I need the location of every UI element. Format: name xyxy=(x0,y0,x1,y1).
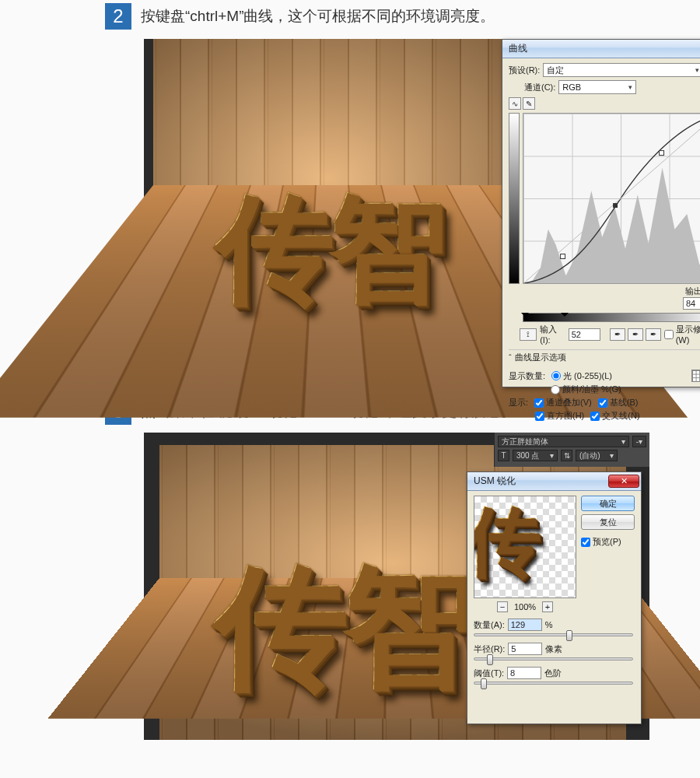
dialog-title: USM 锐化 xyxy=(474,475,516,488)
dialog-titlebar[interactable]: 曲线 ✕ xyxy=(502,40,700,58)
chevron-down-icon: ▾ xyxy=(621,436,625,447)
radius-slider[interactable] xyxy=(474,657,633,661)
amount-field[interactable]: 129 xyxy=(508,619,542,631)
font-family-dropdown[interactable]: 方正胖娃简体▾ xyxy=(498,436,629,447)
chevron-down-icon: ▾ xyxy=(628,81,632,93)
radius-unit: 像素 xyxy=(545,643,562,655)
usm-sharpen-dialog: USM 锐化 ✕ 传智 − 100% + 数量(A): 129 % xyxy=(467,471,642,724)
svg-rect-4 xyxy=(660,151,664,156)
document-canvas: 传智 xyxy=(153,39,503,387)
collapse-up-icon: ˆ xyxy=(509,353,512,363)
input-label: 输入(I): xyxy=(540,324,565,345)
preset-label: 预设(R): xyxy=(509,65,540,76)
amount-unit: % xyxy=(545,620,553,629)
channel-value: RGB xyxy=(562,81,581,93)
step-2-text: 按键盘“chtrl+M”曲线，这个可根据不同的环境调亮度。 xyxy=(141,3,495,28)
font-style-dropdown[interactable]: -▾ xyxy=(632,436,646,447)
svg-rect-3 xyxy=(613,203,618,208)
show-histogram-checkbox[interactable]: 直方图(H) xyxy=(535,410,584,422)
artwork-3d-text: 传智 xyxy=(214,538,472,717)
leading-icon: ⇅ xyxy=(561,450,572,461)
eyedropper-gray-icon[interactable]: ✒ xyxy=(628,328,643,341)
show-intersection-checkbox[interactable]: 交叉线(N) xyxy=(590,410,639,422)
dialog-titlebar[interactable]: USM 锐化 ✕ xyxy=(467,472,641,491)
svg-rect-2 xyxy=(561,254,565,259)
curves-dialog: 曲线 ✕ 预设(R): 自定 ▾ ≡ 通道(C): RGB xyxy=(502,39,700,387)
chevron-down-icon: ▾ xyxy=(639,436,642,447)
input-field[interactable]: 52 xyxy=(569,328,600,341)
curves-graph[interactable] xyxy=(523,113,700,284)
show-channel-overlay-checkbox[interactable]: 通道叠加(V) xyxy=(534,397,592,408)
channel-label: 通道(C): xyxy=(524,82,555,93)
amount-label: 数量(A): xyxy=(474,619,505,631)
output-gradient-bar xyxy=(509,113,520,284)
chevron-down-icon: ▾ xyxy=(695,64,699,76)
font-size-dropdown[interactable]: 300 点▾ xyxy=(513,450,558,461)
show-label: 显示: xyxy=(509,397,528,408)
input-gradient-bar[interactable] xyxy=(523,313,700,322)
character-panel: 方正胖娃简体▾ -▾ T 300 点▾ ⇅ (自动)▾ xyxy=(494,433,649,467)
usm-preview[interactable]: 传智 xyxy=(474,496,576,598)
dialog-title: 曲线 xyxy=(509,42,527,55)
zoom-in-button[interactable]: + xyxy=(542,601,553,612)
screenshot-curves: 传智 曲线 ✕ 预设(R): 自定 ▾ ≡ 通道(C): xyxy=(144,39,649,387)
pencil-tool-icon[interactable]: ✎ xyxy=(523,97,535,110)
show-baseline-checkbox[interactable]: 基线(B) xyxy=(598,397,639,408)
threshold-unit: 色阶 xyxy=(544,668,562,679)
chevron-down-icon: ▾ xyxy=(550,450,554,461)
radius-label: 半径(R): xyxy=(474,643,505,655)
show-clipping-checkbox[interactable]: 显示修剪(W) xyxy=(664,324,700,345)
threshold-field[interactable]: 8 xyxy=(507,667,541,679)
step-2-number: 2 xyxy=(105,3,131,30)
leading-dropdown[interactable]: (自动)▾ xyxy=(576,450,618,461)
display-amount-label: 显示数量: xyxy=(509,370,545,382)
eyedropper-black-icon[interactable]: ✒ xyxy=(610,328,625,341)
preset-dropdown[interactable]: 自定 ▾ xyxy=(543,63,700,77)
display-ink-radio[interactable]: 颜料/油墨 %(G) xyxy=(551,384,621,395)
threshold-slider[interactable] xyxy=(474,682,633,685)
output-label: 输出(O): xyxy=(685,286,700,297)
output-field[interactable]: 84 xyxy=(683,297,700,310)
preview-checkbox[interactable]: 预览(P) xyxy=(581,536,635,548)
curve-display-options-toggle[interactable]: ˆ 曲线显示选项 xyxy=(509,349,700,365)
svg-marker-0 xyxy=(523,167,700,283)
zoom-out-button[interactable]: − xyxy=(497,601,508,612)
display-light-radio[interactable]: 光 (0-255)(L) xyxy=(551,370,612,382)
preset-value: 自定 xyxy=(547,64,564,76)
artwork-3d-text: 传智 xyxy=(215,171,443,328)
threshold-label: 阈值(T): xyxy=(474,668,504,679)
chevron-down-icon: ▾ xyxy=(610,450,614,461)
screenshot-usm: 传智 方正胖娃简体▾ -▾ T 300 点▾ ⇅ (自动)▾ USM 锐化 ✕ … xyxy=(144,433,649,740)
amount-slider[interactable] xyxy=(474,633,633,636)
radius-field[interactable]: 5 xyxy=(508,643,542,655)
curve-tool-icon[interactable]: ∿ xyxy=(509,97,521,110)
grid-coarse-icon[interactable] xyxy=(691,370,700,382)
eyedropper-white-icon[interactable]: ✒ xyxy=(646,328,661,341)
target-adjust-icon[interactable]: ⟟ xyxy=(520,328,537,341)
reset-button[interactable]: 复位 xyxy=(581,514,635,530)
channel-dropdown[interactable]: RGB ▾ xyxy=(558,80,636,94)
font-size-icon: T xyxy=(498,450,509,461)
ok-button[interactable]: 确定 xyxy=(581,496,635,511)
zoom-value: 100% xyxy=(514,602,536,612)
close-icon[interactable]: ✕ xyxy=(608,475,639,488)
